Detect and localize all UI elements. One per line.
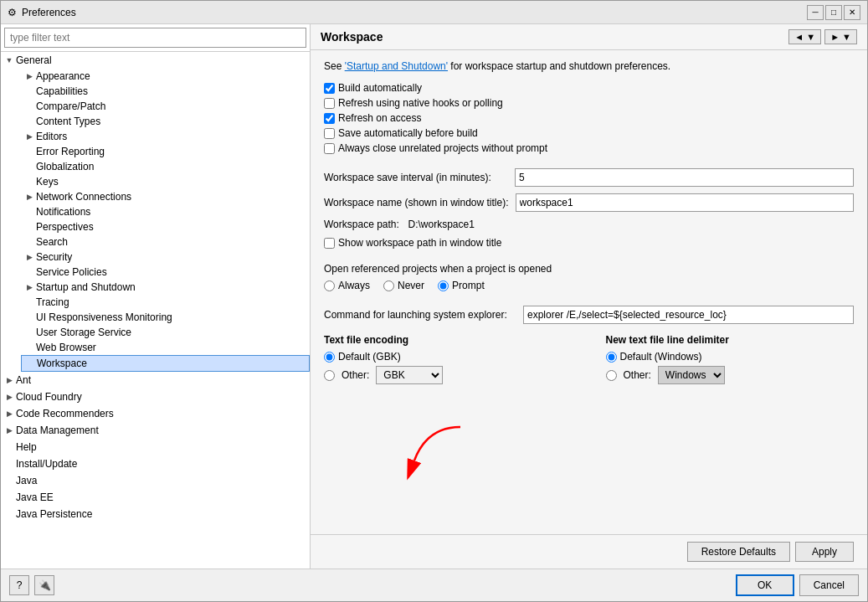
tree-item-data-management[interactable]: Data Management	[1, 422, 310, 439]
two-col-section: Text file encoding Default (GBK) Other: …	[324, 334, 854, 384]
tree-item-ant[interactable]: Ant	[1, 372, 310, 388]
tree-item-workspace[interactable]: Workspace	[21, 355, 310, 372]
title-bar-controls: ─ □ ✕	[807, 5, 860, 20]
tree-label-ant: Ant	[14, 374, 31, 386]
minimize-button[interactable]: ─	[807, 5, 824, 20]
filter-input[interactable]	[4, 28, 306, 48]
tree-label-keys: Keys	[34, 176, 59, 188]
nav-back-button[interactable]: ◄ ▼	[788, 29, 821, 44]
checkbox-refresh-native: Refresh using native hooks or polling	[324, 97, 854, 109]
tree-item-content-types[interactable]: Content Types	[21, 114, 310, 129]
open-referenced-section: Open referenced projects when a project …	[324, 263, 854, 291]
tree-item-user-storage[interactable]: User Storage Service	[21, 325, 310, 340]
restore-apply-row: Restore Defaults Apply	[311, 534, 867, 569]
maximize-button[interactable]: □	[825, 5, 842, 20]
open-ref-radio-group: Always Never Prompt	[324, 280, 854, 291]
nav-forward-button[interactable]: ► ▼	[824, 29, 857, 44]
right-body: See 'Startup and Shutdown' for workspace…	[311, 50, 867, 534]
tree-item-java-persistence[interactable]: Java Persistence	[1, 506, 310, 522]
apply-button[interactable]: Apply	[795, 542, 854, 562]
tree-arrow-editors	[24, 131, 34, 141]
close-button[interactable]: ✕	[844, 5, 860, 20]
tree-label-search: Search	[34, 236, 68, 248]
build-auto-checkbox[interactable]	[324, 83, 335, 94]
tree-container: General Appearance Capabilities	[1, 52, 310, 569]
tree-item-general[interactable]: General	[1, 52, 310, 69]
tree-item-editors[interactable]: Editors	[21, 129, 310, 144]
radio-never: Never	[383, 280, 424, 291]
encoding-other-label: Other:	[342, 369, 369, 381]
filter-bar	[1, 24, 310, 52]
tree-item-error-reporting[interactable]: Error Reporting	[21, 144, 310, 159]
encoding-select[interactable]: GBK UTF-8 ISO-8859-1 US-ASCII	[376, 366, 443, 384]
show-path-label: Show workspace path in window title	[338, 237, 501, 249]
window-title: Preferences	[22, 7, 76, 18]
tree-label-perspectives: Perspectives	[34, 221, 94, 233]
tree-children-general: Appearance Capabilities Compare/Patch Co…	[1, 69, 310, 372]
plugin-button[interactable]: 🔌	[34, 575, 54, 595]
save-interval-row: Workspace save interval (in minutes):	[324, 168, 854, 187]
tree-item-search[interactable]: Search	[21, 234, 310, 250]
tree-arrow-startup	[24, 282, 34, 292]
dialog-bottom-right: OK Cancel	[736, 574, 859, 596]
cancel-button[interactable]: Cancel	[799, 574, 859, 596]
tree-label-network: Network Connections	[34, 191, 131, 203]
tree-item-globalization[interactable]: Globalization	[21, 159, 310, 174]
dialog-bottom-left: ? 🔌	[9, 575, 54, 595]
tree-label-compare-patch: Compare/Patch	[34, 100, 105, 112]
tree-item-service-policies[interactable]: Service Policies	[21, 265, 310, 280]
save-interval-input[interactable]	[515, 168, 854, 187]
tree-item-ui-responsiveness[interactable]: UI Responsiveness Monitoring	[21, 310, 310, 325]
save-auto-checkbox[interactable]	[324, 128, 335, 139]
tree-item-install-update[interactable]: Install/Update	[1, 455, 310, 472]
tree-item-cloud-foundry[interactable]: Cloud Foundry	[1, 388, 310, 405]
help-button[interactable]: ?	[9, 575, 29, 595]
delimiter-default-radio[interactable]	[606, 352, 617, 363]
radio-never-label: Never	[398, 280, 424, 291]
ok-button[interactable]: OK	[736, 574, 794, 596]
refresh-native-label: Refresh using native hooks or polling	[338, 97, 503, 109]
workspace-path-label: Workspace path:	[324, 219, 405, 230]
radio-prompt-input[interactable]	[438, 280, 449, 291]
close-unrelated-checkbox[interactable]	[324, 143, 335, 154]
tree-item-network-connections[interactable]: Network Connections	[21, 189, 310, 204]
tree-item-keys[interactable]: Keys	[21, 174, 310, 189]
tree-label-security: Security	[34, 251, 72, 263]
tree-label-appearance: Appearance	[34, 70, 90, 82]
tree-item-code-recommenders[interactable]: Code Recommenders	[1, 405, 310, 422]
tree-item-web-browser[interactable]: Web Browser	[21, 340, 310, 355]
delimiter-other-radio[interactable]	[606, 370, 617, 381]
tree-item-java[interactable]: Java	[1, 472, 310, 489]
restore-defaults-button[interactable]: Restore Defaults	[687, 542, 790, 562]
command-input[interactable]	[523, 306, 854, 324]
tree-item-help[interactable]: Help	[1, 439, 310, 455]
refresh-native-checkbox[interactable]	[324, 98, 335, 109]
tree-item-startup-shutdown[interactable]: Startup and Shutdown	[21, 280, 310, 295]
tree-item-appearance[interactable]: Appearance	[21, 69, 310, 84]
tree-item-tracing[interactable]: Tracing	[21, 295, 310, 310]
encoding-other-radio[interactable]	[324, 370, 335, 381]
command-label: Command for launching system explorer:	[324, 309, 516, 321]
save-interval-label: Workspace save interval (in minutes):	[324, 172, 508, 183]
tree-item-java-ee[interactable]: Java EE	[1, 489, 310, 506]
tree-item-capabilities[interactable]: Capabilities	[21, 84, 310, 99]
tree-item-security[interactable]: Security	[21, 250, 310, 265]
radio-prompt: Prompt	[438, 280, 485, 291]
delimiter-other-row: Other: Windows Unix Mac	[606, 366, 855, 384]
encoding-default-radio[interactable]	[324, 352, 335, 363]
startup-shutdown-link[interactable]: 'Startup and Shutdown'	[345, 60, 448, 72]
workspace-name-input[interactable]	[516, 193, 854, 212]
delimiter-select[interactable]: Windows Unix Mac	[658, 366, 725, 384]
tree-item-notifications[interactable]: Notifications	[21, 204, 310, 219]
tree-label-notifications: Notifications	[34, 206, 90, 218]
radio-always: Always	[324, 280, 370, 291]
refresh-access-checkbox[interactable]	[324, 113, 335, 124]
tree-item-compare-patch[interactable]: Compare/Patch	[21, 99, 310, 114]
checkbox-close-unrelated: Always close unrelated projects without …	[324, 142, 854, 154]
radio-always-input[interactable]	[324, 280, 335, 291]
tree-label-service-policies: Service Policies	[34, 266, 107, 278]
encoding-other-row: Other: GBK UTF-8 ISO-8859-1 US-ASCII	[324, 366, 573, 384]
radio-never-input[interactable]	[383, 280, 394, 291]
tree-item-perspectives[interactable]: Perspectives	[21, 219, 310, 234]
show-path-checkbox[interactable]	[324, 238, 335, 249]
